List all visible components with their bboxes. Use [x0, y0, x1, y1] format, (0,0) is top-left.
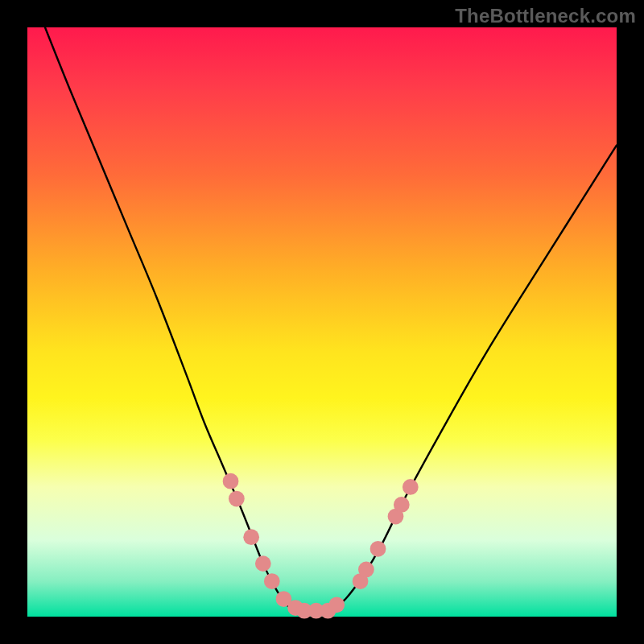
data-marker — [370, 541, 386, 557]
data-marker — [255, 555, 271, 572]
bottleneck-curve — [45, 27, 617, 611]
data-marker — [402, 479, 419, 495]
data-marker — [223, 473, 239, 489]
data-markers — [223, 473, 419, 619]
chart-svg — [27, 27, 617, 617]
data-marker — [394, 497, 410, 513]
data-marker — [328, 597, 345, 613]
chart-frame: TheBottleneck.com — [0, 0, 644, 644]
data-marker — [243, 529, 259, 545]
watermark-text: TheBottleneck.com — [455, 5, 636, 27]
data-marker — [264, 573, 280, 589]
plot-area — [27, 27, 617, 617]
data-marker — [358, 562, 374, 578]
data-marker — [229, 491, 245, 507]
